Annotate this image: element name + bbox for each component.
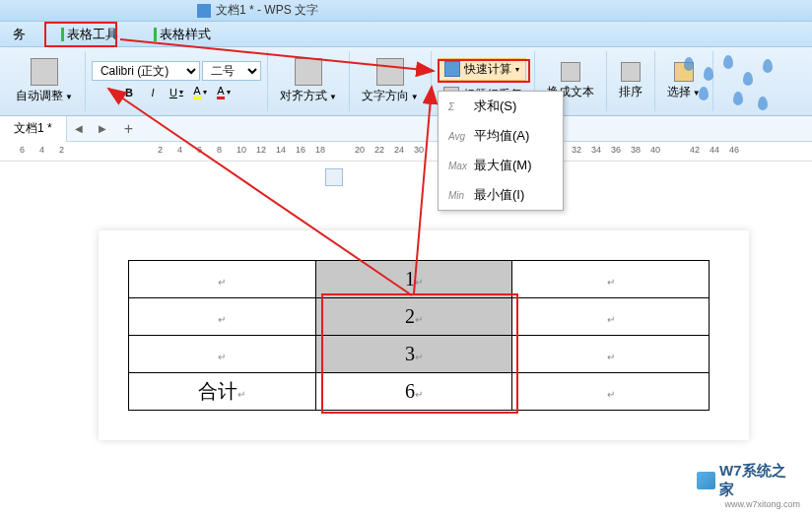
calc-max-item[interactable]: Max 最大值(M) [439,151,563,180]
ribbon-tabs: 务 表格工具 表格样式 [0,22,812,47]
max-icon: Max [448,161,468,171]
table-cell-selected[interactable]: 2↵ [315,298,512,336]
highlight-button[interactable]: A▾ [189,83,211,102]
calc-sum-item[interactable]: Σ 求和(S) [439,92,563,121]
align-icon [295,58,322,86]
table-cell[interactable]: ↵ [512,336,710,373]
align-button[interactable]: 对齐方式▼ [274,56,343,106]
calc-avg-item[interactable]: Avg 平均值(A) [439,121,563,151]
calc-min-item[interactable]: Min 最小值(I) [439,180,563,210]
tab-table-tools[interactable]: 表格工具 [53,22,126,47]
quick-calc-button[interactable]: 快速计算 ▾ [438,58,526,81]
table-cell[interactable]: ↵ [512,373,710,411]
italic-button[interactable]: I [142,83,164,102]
table-row[interactable]: ↵ 1↵ ↵ [129,261,710,298]
tab-indicator-icon [61,28,64,41]
tab-table-style[interactable]: 表格样式 [146,22,219,47]
tab-service[interactable]: 务 [5,22,34,47]
quick-calc-menu: Σ 求和(S) Avg 平均值(A) Max 最大值(M) Min 最小值(I) [438,91,564,211]
table-cell[interactable]: ↵ [129,336,316,373]
table-cell[interactable]: ↵ [129,298,316,336]
sort-button[interactable]: 排序 [613,60,648,102]
text-direction-button[interactable]: 文字方向▼ [356,56,425,106]
font-size-select[interactable]: 二号 [202,61,261,81]
table-cell[interactable]: 合计↵ [129,373,316,411]
table-cell[interactable]: 6↵ [315,373,512,411]
convert-icon [561,62,580,82]
calculator-icon [444,61,460,77]
table-cell[interactable]: ↵ [512,261,710,298]
auto-adjust-icon [31,58,58,86]
table-cell[interactable]: ↵ [129,261,316,298]
font-color-button[interactable]: A▾ [213,83,235,102]
doc-tab-1[interactable]: 文档1 * [0,115,67,142]
page: ↵ 1↵ ↵ ↵ 2↵ ↵ ↵ 3↵ ↵ 合计↵ 6↵ ↵ [99,230,749,440]
sort-icon [621,62,641,82]
avg-icon: Avg [448,131,468,142]
table-cell[interactable]: ↵ [512,298,710,336]
auto-adjust-button[interactable]: 自动调整▼ [10,56,79,106]
table-cell-selected[interactable]: 3↵ [315,336,512,373]
sigma-icon: Σ [448,101,468,112]
table-row[interactable]: 合计↵ 6↵ ↵ [129,373,710,411]
table-row[interactable]: ↵ 3↵ ↵ [129,336,710,373]
next-tab-button[interactable]: ▶ [91,119,114,138]
app-title: 文档1 * - WPS 文字 [216,2,318,19]
watermark: W7系统之家 www.w7xitong.com [697,501,800,509]
font-family-select[interactable]: Calibri (正文) [92,61,200,81]
watermark-logo-icon [697,472,715,489]
table-row[interactable]: ↵ 2↵ ↵ [129,298,710,336]
text-direction-icon [376,58,404,86]
prev-tab-button[interactable]: ◀ [67,119,91,138]
underline-button[interactable]: U▾ [166,83,187,102]
ribbon-toolbar: 自动调整▼ Calibri (正文) 二号 B I U▾ A▾ A▾ 对齐方式▼… [0,47,812,116]
wps-doc-icon [197,4,211,18]
bold-button[interactable]: B [118,83,140,102]
tab-indicator-icon [154,28,157,41]
word-table[interactable]: ↵ 1↵ ↵ ↵ 2↵ ↵ ↵ 3↵ ↵ 合计↵ 6↵ ↵ [128,260,710,411]
horizontal-ruler[interactable]: 6422468101214161820222430323436384042444… [0,142,812,162]
min-icon: Min [448,190,468,201]
title-bar: 文档1 * - WPS 文字 [0,0,812,22]
document-area[interactable]: ↵ 1↵ ↵ ↵ 2↵ ↵ ↵ 3↵ ↵ 合计↵ 6↵ ↵ 📋 [0,162,812,516]
font-group: Calibri (正文) 二号 B I U▾ A▾ A▾ [86,51,268,111]
add-tab-button[interactable]: + [114,116,143,142]
column-insert-handle-icon[interactable] [325,168,343,186]
table-cell-selected[interactable]: 1↵ [315,261,512,298]
